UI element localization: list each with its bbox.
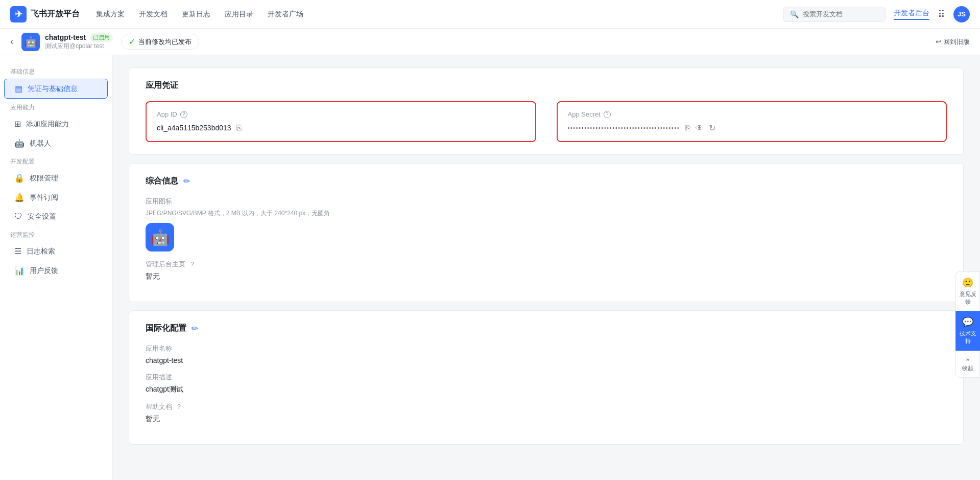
admin-url-label: 管理后台主页 — [146, 260, 185, 268]
avatar[interactable]: JS — [953, 6, 970, 22]
sidebar-section-capability: 应用能力 ⊞ 添加应用能力 🤖 机器人 — [0, 99, 112, 153]
grid-icon[interactable]: ⠿ — [938, 8, 945, 20]
credentials-icon: ▤ — [15, 84, 22, 94]
logo-icon: ✈ — [10, 6, 27, 22]
admin-url-help-icon[interactable]: ? — [190, 260, 194, 268]
general-title: 综合信息 — [146, 176, 178, 187]
security-icon: 🛡 — [14, 212, 22, 221]
float-feedback-button[interactable]: 🙂 意见反馈 — [955, 271, 980, 311]
float-buttons: 🙂 意见反馈 💬 技术支持 » 收起 — [955, 271, 980, 378]
main-content: 应用凭证 App ID ? cli_a4a5115b253bd013 ⎘ — [112, 55, 980, 480]
float-feedback-label: 意见反馈 — [959, 290, 976, 306]
float-support-label: 技术支持 — [959, 330, 976, 345]
logo: ✈ 飞书开放平台 — [10, 6, 80, 22]
security-label: 安全设置 — [28, 212, 56, 221]
logo-text: 飞书开放平台 — [31, 9, 80, 19]
app-secret-copy-icon[interactable]: ⎘ — [685, 124, 690, 133]
help-doc-label: 帮助文档 — [146, 403, 172, 410]
app-secret-eye-icon[interactable]: 👁 — [696, 124, 704, 133]
i18n-card: 国际化配置 ✏ 应用名称 chatgpt-test 应用描述 chatgpt测试… — [129, 310, 964, 445]
help-doc-label-row: 帮助文档 ? — [146, 402, 947, 412]
event-label: 事件订阅 — [30, 193, 58, 202]
log-label: 日志检索 — [27, 247, 55, 256]
feedback-label: 用户反馈 — [30, 266, 58, 276]
credentials-label: 凭证与基础信息 — [28, 84, 78, 94]
sidebar-item-add-capability[interactable]: ⊞ 添加应用能力 — [4, 115, 108, 133]
i18n-title: 国际化配置 — [146, 323, 186, 334]
nav-devs[interactable]: 开发者广场 — [268, 10, 303, 19]
sidebar-item-robot[interactable]: 🤖 机器人 — [4, 134, 108, 153]
credential-row: App ID ? cli_a4a5115b253bd013 ⎘ App Secr… — [146, 101, 947, 142]
sidebar-item-credentials[interactable]: ▤ 凭证与基础信息 — [4, 79, 108, 99]
app-name: chatgpt-test — [45, 33, 86, 41]
nav-changelog[interactable]: 更新日志 — [182, 10, 210, 19]
sidebar-section-ops: 运营监控 ☰ 日志检索 📊 用户反馈 — [0, 226, 112, 280]
robot-icon: 🤖 — [14, 139, 25, 148]
publish-badge: ✓ 当前修改均已发布 — [121, 34, 199, 50]
support-emoji-icon: 💬 — [962, 316, 973, 328]
float-collapse-label: 收起 — [962, 364, 973, 372]
search-input[interactable] — [803, 10, 879, 18]
credential-card: 应用凭证 App ID ? cli_a4a5115b253bd013 ⎘ — [129, 67, 964, 155]
general-edit-icon[interactable]: ✏ — [183, 176, 190, 186]
nav-integrate[interactable]: 集成方案 — [96, 10, 125, 19]
app-sub-text: 测试应用@cpolar test — [45, 42, 113, 51]
back-button[interactable]: ‹ — [10, 36, 13, 47]
app-id-copy-icon[interactable]: ⎘ — [236, 123, 242, 132]
sidebar-item-security[interactable]: 🛡 安全设置 — [4, 208, 108, 226]
dev-backend-button[interactable]: 开发者后台 — [894, 9, 929, 20]
i18n-edit-icon[interactable]: ✏ — [192, 324, 198, 333]
section-title-basic: 基础信息 — [0, 63, 112, 78]
app-name-value: chatgpt-test — [146, 356, 947, 364]
publish-label: 当前修改均已发布 — [138, 37, 192, 47]
event-icon: 🔔 — [14, 193, 25, 202]
nav-apps[interactable]: 应用目录 — [225, 10, 253, 19]
app-desc-label: 应用描述 — [146, 373, 947, 382]
revert-button[interactable]: ↩ 回到旧版 — [936, 37, 970, 47]
app-secret-refresh-icon[interactable]: ↻ — [709, 123, 715, 133]
add-capability-label: 添加应用能力 — [26, 120, 69, 129]
app-secret-value-row: ••••••••••••••••••••••••••••••••••••••••… — [568, 123, 936, 133]
app-secret-value: •••••••••••••••••••••••••••••••••••••••• — [568, 125, 680, 131]
help-doc-value: 暂无 — [146, 415, 947, 424]
sidebar-item-feedback[interactable]: 📊 用户反馈 — [4, 261, 108, 280]
app-name-row: chatgpt-test 已启用 — [45, 33, 113, 42]
feedback-icon: 📊 — [14, 266, 25, 276]
app-id-value-row: cli_a4a5115b253bd013 ⎘ — [157, 123, 525, 132]
float-support-button[interactable]: 💬 技术支持 — [955, 311, 980, 351]
sidebar-section-dev: 开发配置 🔒 权限管理 🔔 事件订阅 🛡 安全设置 — [0, 153, 112, 226]
sidebar-section-basic: 基础信息 ▤ 凭证与基础信息 — [0, 63, 112, 99]
app-id-box: App ID ? cli_a4a5115b253bd013 ⎘ — [146, 101, 536, 142]
section-title-capability: 应用能力 — [0, 99, 112, 114]
sidebar-item-permission[interactable]: 🔒 权限管理 — [4, 169, 108, 188]
sub-header: ‹ 🤖 chatgpt-test 已启用 测试应用@cpolar test ✓ … — [0, 29, 980, 55]
section-title-dev: 开发配置 — [0, 153, 112, 168]
section-title-ops: 运营监控 — [0, 226, 112, 241]
float-collapse-button[interactable]: » 收起 — [955, 351, 980, 378]
admin-url-value: 暂无 — [146, 272, 947, 281]
app-secret-box: App Secret ? •••••••••••••••••••••••••••… — [557, 101, 947, 142]
collapse-arrow-icon: » — [966, 356, 969, 362]
general-card: 综合信息 ✏ 应用图标 JPEG/PNG/SVG/BMP 格式，2 MB 以内，… — [129, 163, 964, 302]
general-header: 综合信息 ✏ — [146, 176, 947, 187]
app-secret-label-row: App Secret ? — [568, 110, 936, 118]
search-box[interactable]: 🔍 — [783, 7, 886, 22]
app-avatar: 🤖 — [21, 33, 40, 51]
app-secret-help-icon[interactable]: ? — [604, 111, 611, 118]
sidebar-item-log[interactable]: ☰ 日志检索 — [4, 242, 108, 261]
app-icon-preview: 🤖 — [146, 223, 174, 252]
permission-label: 权限管理 — [30, 174, 58, 183]
app-icon-hint: JPEG/PNG/SVG/BMP 格式，2 MB 以内，大于 240*240 p… — [146, 209, 947, 218]
search-icon: 🔍 — [790, 10, 799, 18]
log-icon: ☰ — [14, 246, 21, 256]
sidebar-item-event[interactable]: 🔔 事件订阅 — [4, 188, 108, 207]
app-id-help-icon[interactable]: ? — [180, 111, 187, 118]
app-id-value: cli_a4a5115b253bd013 — [157, 124, 231, 132]
app-id-label-row: App ID ? — [157, 110, 525, 118]
app-name-label: 应用名称 — [146, 344, 947, 353]
help-doc-help-icon[interactable]: ? — [177, 403, 181, 410]
sidebar: 基础信息 ▤ 凭证与基础信息 应用能力 ⊞ 添加应用能力 🤖 机器人 开发配置 … — [0, 55, 112, 480]
app-name-area: chatgpt-test 已启用 测试应用@cpolar test — [45, 33, 113, 51]
nav-docs[interactable]: 开发文档 — [139, 10, 168, 19]
top-nav: ✈ 飞书开放平台 集成方案 开发文档 更新日志 应用目录 开发者广场 🔍 开发者… — [0, 0, 980, 29]
